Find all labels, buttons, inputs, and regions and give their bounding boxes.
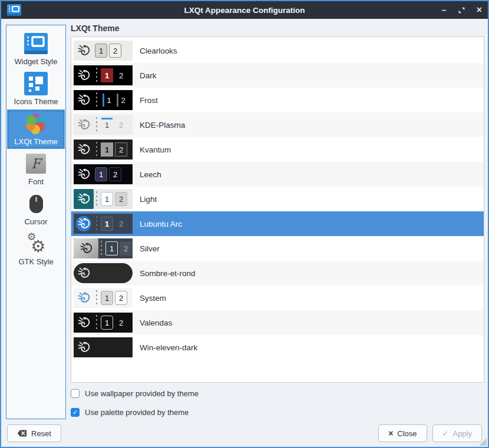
theme-list-item[interactable]: 1 2 KDE-Plasma bbox=[71, 112, 484, 137]
preview-button-1: 1 bbox=[101, 291, 113, 305]
gtk-style-icon: ⚙⚙ bbox=[24, 231, 48, 256]
preview-buttons: 1 2 bbox=[95, 44, 121, 58]
preview-button-1: 1 bbox=[101, 192, 113, 206]
preview-separator-dots bbox=[95, 141, 98, 158]
theme-name: Valendas bbox=[140, 318, 172, 327]
theme-list-item[interactable]: 1 2 Light bbox=[71, 187, 484, 211]
preview-button-1: 1 bbox=[101, 118, 113, 132]
icons-theme-icon bbox=[24, 71, 48, 96]
theme-preview: 1 2 bbox=[74, 65, 133, 85]
preview-button-1: 1 bbox=[101, 93, 113, 107]
theme-list-item[interactable]: 1 2 Silver bbox=[71, 236, 484, 261]
sidebar-item-icons-theme[interactable]: Icons Theme bbox=[7, 69, 65, 109]
theme-list-item[interactable]: 1 2 Dark bbox=[71, 63, 484, 88]
sidebar-item-label: Font bbox=[28, 177, 44, 186]
cursor-icon bbox=[29, 191, 43, 216]
theme-list-item[interactable]: 1 2 Kvantum bbox=[71, 137, 484, 162]
minimize-button[interactable]: – bbox=[442, 6, 447, 14]
sidebar-item-font[interactable]: F Font bbox=[7, 150, 65, 189]
wallpaper-checkbox-row[interactable]: Use wallpaper provided by theme bbox=[71, 389, 199, 398]
preview-button-1: 1 bbox=[95, 167, 107, 181]
theme-list-item[interactable]: Sombre-et-rond bbox=[71, 261, 484, 286]
theme-preview: 1 2 bbox=[74, 164, 133, 184]
lxqt-bird-icon bbox=[77, 217, 91, 231]
theme-list[interactable]: 1 2 Clearlooks 1 2 Dark bbox=[71, 36, 484, 383]
theme-preview: 1 2 bbox=[74, 115, 133, 135]
preview-buttons: 1 2 bbox=[101, 316, 127, 330]
theme-bird-area bbox=[74, 115, 94, 135]
theme-options: Use wallpaper provided by theme ✓ Use pa… bbox=[71, 389, 199, 417]
checkbox-label: Use palette provided by theme bbox=[85, 408, 189, 417]
theme-name: System bbox=[140, 294, 166, 303]
preview-button-2: 2 bbox=[115, 316, 127, 330]
lxqt-bird-icon bbox=[77, 291, 91, 305]
theme-name: KDE-Plasma bbox=[140, 121, 185, 130]
lxqt-theme-icon bbox=[24, 111, 48, 136]
use-palette-checkbox[interactable]: ✓ bbox=[71, 408, 80, 417]
theme-list-item[interactable]: 1 2 Lubuntu Arc bbox=[71, 211, 484, 236]
titlebar[interactable]: LXQt Appearance Configuration – × bbox=[1, 1, 488, 19]
apply-button[interactable]: ✓ Apply bbox=[432, 424, 482, 442]
sidebar-item-label: GTK Style bbox=[18, 257, 53, 266]
theme-list-item[interactable]: Win-eleven-dark bbox=[71, 335, 484, 360]
theme-name: Win-eleven-dark bbox=[140, 343, 197, 352]
preview-button-2: 2 bbox=[115, 217, 127, 231]
close-button[interactable]: × Close bbox=[378, 424, 427, 442]
reset-button[interactable]: Reset bbox=[7, 424, 61, 442]
theme-list-item[interactable]: 1 2 Clearlooks bbox=[71, 38, 484, 63]
preview-button-2: 2 bbox=[115, 93, 127, 107]
preview-button-1: 1 bbox=[101, 68, 113, 82]
sidebar-item-cursor[interactable]: Cursor bbox=[7, 190, 65, 229]
preview-button-2: 2 bbox=[109, 167, 121, 181]
lxqt-bird-icon bbox=[77, 266, 91, 280]
theme-bird-area bbox=[74, 214, 94, 234]
close-window-button[interactable]: × bbox=[477, 5, 482, 15]
checkbox-label: Use wallpaper provided by theme bbox=[85, 389, 199, 398]
backspace-icon bbox=[17, 430, 27, 437]
theme-list-item[interactable]: 1 2 Valendas bbox=[71, 310, 484, 335]
lxqt-bird-icon bbox=[77, 316, 91, 330]
theme-list-item[interactable]: 1 2 Leech bbox=[71, 162, 484, 187]
theme-list-item[interactable]: 1 2 Frost bbox=[71, 88, 484, 112]
lxqt-bird-icon bbox=[77, 142, 91, 157]
lxqt-bird-icon bbox=[77, 93, 91, 107]
preview-separator-dots bbox=[95, 67, 98, 84]
sidebar-item-widget-style[interactable]: Widget Style bbox=[7, 29, 65, 69]
lxqt-bird-icon bbox=[77, 167, 91, 181]
preview-button-2: 2 bbox=[115, 142, 127, 157]
close-x-icon: × bbox=[388, 429, 393, 438]
restore-button[interactable] bbox=[458, 7, 465, 14]
resize-grip[interactable] bbox=[479, 438, 487, 446]
sidebar-item-label: Icons Theme bbox=[14, 97, 58, 106]
preview-button-2: 2 bbox=[109, 44, 121, 58]
sidebar-item-lxqt-theme[interactable]: LXQt Theme bbox=[7, 109, 65, 149]
theme-bird-area bbox=[74, 337, 94, 357]
theme-preview: 1 2 bbox=[74, 140, 133, 160]
footer: Reset × Close ✓ Apply bbox=[1, 424, 488, 442]
theme-preview: 1 2 bbox=[74, 189, 133, 209]
sidebar-item-label: Cursor bbox=[24, 217, 47, 226]
preview-separator-dots bbox=[95, 314, 98, 331]
preview-buttons: 1 2 bbox=[105, 241, 132, 255]
app-window: LXQt Appearance Configuration – × bbox=[0, 0, 489, 448]
category-sidebar: Widget Style Icons Theme bbox=[6, 25, 66, 419]
preview-buttons: 1 2 bbox=[101, 142, 127, 157]
preview-buttons: 1 2 bbox=[101, 68, 127, 82]
preview-buttons: 1 2 bbox=[95, 167, 121, 181]
theme-bird-area bbox=[74, 313, 94, 333]
window-icon bbox=[7, 4, 22, 16]
lxqt-bird-icon bbox=[77, 340, 91, 354]
sidebar-item-gtk-style[interactable]: ⚙⚙ GTK Style bbox=[7, 230, 65, 269]
theme-name: Leech bbox=[140, 170, 161, 179]
theme-bird-area bbox=[74, 164, 94, 184]
theme-name: Silver bbox=[140, 244, 160, 253]
check-icon: ✓ bbox=[442, 429, 449, 438]
preview-button-1: 1 bbox=[101, 142, 113, 157]
theme-preview: 1 2 bbox=[74, 288, 133, 308]
preview-separator-dots bbox=[100, 240, 103, 257]
theme-list-item[interactable]: 1 2 System bbox=[71, 286, 484, 310]
theme-bird-area bbox=[74, 90, 94, 110]
sidebar-item-label: LXQt Theme bbox=[14, 137, 57, 146]
use-wallpaper-checkbox[interactable] bbox=[71, 389, 80, 398]
palette-checkbox-row[interactable]: ✓ Use palette provided by theme bbox=[71, 408, 199, 417]
